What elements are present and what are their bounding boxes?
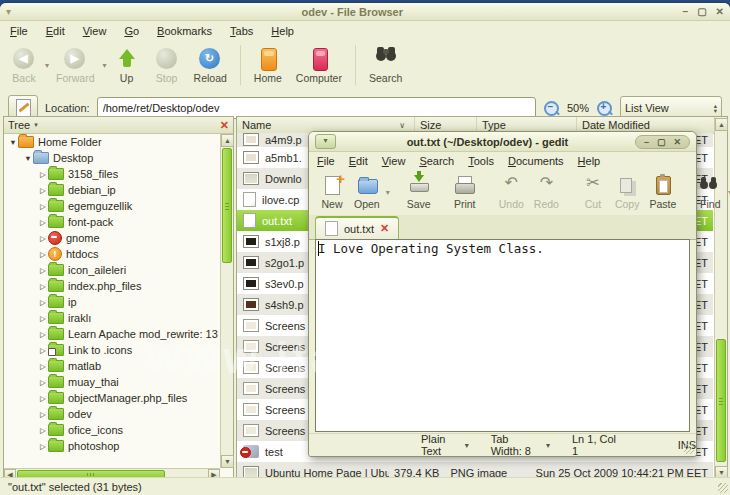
fb-menu-bookmarks[interactable]: Bookmarks (157, 25, 212, 37)
tree-item-irakl-[interactable]: ▷iraklı (4, 310, 220, 326)
tree-item-link-to-icons[interactable]: ▷Link to .icons (4, 342, 220, 358)
tree-expander-icon[interactable]: ▷ (38, 442, 48, 451)
zoom-in-icon[interactable]: + (596, 100, 613, 117)
scroll-up-icon[interactable]: ▲ (221, 134, 234, 147)
tree-expander-icon[interactable]: ▷ (38, 346, 48, 355)
sidebar-mode-chevron-icon[interactable]: ▾ (34, 121, 220, 129)
gedit-cut-button[interactable]: ✂Cut (576, 174, 610, 211)
sidebar-close-icon[interactable]: ✕ (220, 119, 229, 132)
gedit-copy-button[interactable]: Copy (610, 174, 645, 211)
gedit-menu-view[interactable]: View (382, 155, 406, 167)
tree-expander-icon[interactable]: ▷ (38, 394, 48, 403)
gedit-open-dropdown-icon[interactable]: ▾ (386, 188, 390, 197)
gedit-maximize-button[interactable]: ▢ (657, 137, 666, 147)
tree-expander-icon[interactable]: ▷ (38, 314, 48, 323)
tree-expander-icon[interactable]: ▷ (38, 170, 48, 179)
tree-expander-icon[interactable]: ▷ (38, 298, 48, 307)
fb-menu-edit[interactable]: Edit (46, 25, 65, 37)
tree-item-odev[interactable]: ▷odev (4, 406, 220, 422)
sidebar-vscroll-thumb[interactable] (222, 148, 232, 263)
tree-item-icon-aileleri[interactable]: ▷icon_aileleri (4, 262, 220, 278)
tab-width-selector[interactable]: Tab Width: 8▾ (491, 433, 550, 457)
gedit-menu-search[interactable]: Search (419, 155, 454, 167)
text-editor-area[interactable]: I Love Operating System Class. (315, 239, 690, 432)
tab-out-txt[interactable]: out.txt ✕ (315, 216, 399, 239)
tree-expander-icon[interactable]: ▷ (38, 266, 48, 275)
tree-expander-icon[interactable]: ▷ (38, 362, 48, 371)
fb-minimize-button[interactable]: – (683, 6, 689, 17)
tree-expander-icon[interactable]: ▷ (38, 426, 48, 435)
gedit-menu-documents[interactable]: Documents (508, 155, 564, 167)
zoom-out-icon[interactable]: − (543, 100, 560, 117)
tree-item-ofice-icons[interactable]: ▷ofice_icons (4, 422, 220, 438)
tree-expander-icon[interactable]: ▷ (38, 250, 48, 259)
tree-item-3158-files[interactable]: ▷3158_files (4, 166, 220, 182)
tree-item-learn-apache-mod-rewrite-13-real-work[interactable]: ▷Learn Apache mod_rewrite: 13 Real-work (4, 326, 220, 342)
fb-back-button[interactable]: ◀Back (4, 46, 44, 85)
tree-expander-icon[interactable]: ▷ (38, 330, 48, 339)
tree-expander-icon[interactable]: ▷ (38, 234, 48, 243)
tree-item-home-folder[interactable]: ▼Home Folder (4, 134, 220, 150)
list-vscroll-thumb[interactable] (716, 339, 726, 462)
fb-menu-file[interactable]: File (10, 25, 28, 37)
gedit-find-button[interactable]: Find (693, 174, 727, 211)
scroll-up-icon[interactable]: ▲ (715, 118, 728, 131)
tree-item-gnome[interactable]: ▷gnome (4, 230, 220, 246)
fb-stop-button[interactable]: Stop (147, 46, 187, 85)
fb-close-button[interactable]: ✕ (716, 6, 724, 17)
gedit-window-menu-icon[interactable]: ▾ (315, 134, 336, 149)
tree-expander-icon[interactable]: ▷ (38, 410, 48, 419)
tree-expander-icon[interactable]: ▷ (38, 186, 48, 195)
gedit-new-button[interactable]: New (315, 174, 349, 211)
gedit-resize-grip[interactable] (684, 444, 694, 454)
tree-expander-icon[interactable]: ▷ (38, 218, 48, 227)
tree-expander-icon[interactable]: ▼ (8, 138, 18, 147)
tree-item-ip[interactable]: ▷ip (4, 294, 220, 310)
fb-maximize-button[interactable]: ▢ (697, 6, 706, 17)
tree-item-debian-ip[interactable]: ▷debian_ip (4, 182, 220, 198)
fb-reload-button[interactable]: ↻Reload (187, 46, 234, 85)
tree-item-desktop[interactable]: ▼Desktop (4, 150, 220, 166)
tree-expander-icon[interactable]: ▷ (38, 378, 48, 387)
fb-up-button[interactable]: Up (107, 46, 147, 85)
tree-item-photoshop[interactable]: ▷photoshop (4, 438, 220, 454)
gedit-print-button[interactable]: Print (448, 174, 482, 211)
gedit-titlebar[interactable]: ▾ out.txt (~/Desktop/odev) - gedit – ▢ ✕ (309, 132, 696, 152)
gedit-redo-button[interactable]: ↷Redo (529, 174, 564, 211)
fb-computer-button[interactable]: Computer (289, 46, 349, 85)
tree-item-egemguzellik[interactable]: ▷egemguzellik (4, 198, 220, 214)
window-menu-icon[interactable]: ▾ (6, 7, 22, 17)
gedit-menu-tools[interactable]: Tools (468, 155, 494, 167)
gedit-save-button[interactable]: Save (402, 174, 436, 211)
gedit-close-button[interactable]: ✕ (673, 137, 681, 147)
scroll-down-icon[interactable]: ▼ (221, 455, 234, 468)
fb-resize-grip[interactable] (718, 483, 728, 493)
fb-menu-help[interactable]: Help (271, 25, 294, 37)
tree-expander-icon[interactable]: ▷ (38, 202, 48, 211)
fb-menu-view[interactable]: View (83, 25, 107, 37)
fb-menu-go[interactable]: Go (124, 25, 139, 37)
tree-item-index-php-files[interactable]: ▷index.php_files (4, 278, 220, 294)
tree-expander-icon[interactable]: ▷ (38, 282, 48, 291)
gedit-undo-button[interactable]: ↶Undo (494, 174, 529, 211)
gedit-open-button[interactable]: Open (349, 174, 385, 211)
tab-close-icon[interactable]: ✕ (380, 222, 389, 235)
tree-item-objectmanager-php-files[interactable]: ▷objectManager.php_files (4, 390, 220, 406)
fb-home-button[interactable]: Home (247, 46, 289, 85)
gedit-menu-file[interactable]: File (317, 155, 335, 167)
gedit-menu-help[interactable]: Help (578, 155, 601, 167)
fb-forward-button[interactable]: ▶Forward (49, 46, 102, 85)
fb-search-button[interactable]: Search (362, 46, 409, 85)
fb-titlebar[interactable]: ▾ odev - File Browser – ▢ ✕ (0, 3, 730, 21)
gedit-minimize-button[interactable]: – (644, 137, 649, 147)
tree-item-matlab[interactable]: ▷matlab (4, 358, 220, 374)
tree-item-muay-thai[interactable]: ▷muay_thai (4, 374, 220, 390)
sidebar-mode-select[interactable]: Tree (8, 119, 30, 131)
gedit-paste-button[interactable]: Paste (644, 174, 681, 211)
tree-item-htdocs[interactable]: ▷htdocs (4, 246, 220, 262)
fb-menu-tabs[interactable]: Tabs (230, 25, 253, 37)
tree-item-font-pack[interactable]: ▷font-pack (4, 214, 220, 230)
sidebar-vscrollbar[interactable]: ▲ ▼ (220, 134, 233, 468)
gedit-menu-edit[interactable]: Edit (349, 155, 368, 167)
tree-expander-icon[interactable]: ▼ (23, 154, 33, 163)
